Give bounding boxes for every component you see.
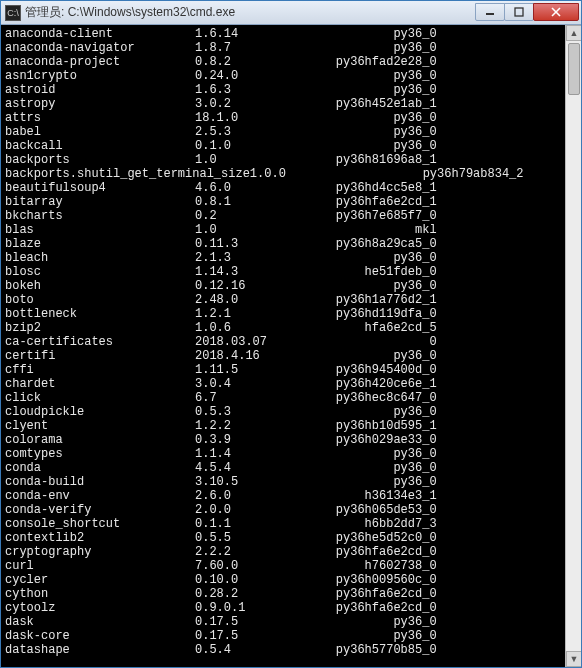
- package-version: 2018.03.07: [195, 335, 307, 349]
- package-build: h36134e3_1: [307, 489, 561, 503]
- package-name: boto: [5, 293, 195, 307]
- package-build: 0: [307, 335, 561, 349]
- package-build: py36hec8c647_0: [307, 391, 561, 405]
- package-version: 2018.4.16: [195, 349, 307, 363]
- minimize-button[interactable]: [475, 3, 505, 21]
- package-version: 0.17.5: [195, 629, 307, 643]
- package-name: conda-env: [5, 489, 195, 503]
- package-row: anaconda-client1.6.14 py36_0: [5, 27, 561, 41]
- package-build: py36_0: [307, 251, 561, 265]
- scroll-thumb[interactable]: [568, 43, 580, 95]
- package-build: py36h5770b85_0: [307, 643, 561, 657]
- package-name: bzip2: [5, 321, 195, 335]
- package-build: h7602738_0: [307, 559, 561, 573]
- package-version: 0.5.5: [195, 531, 307, 545]
- package-name: babel: [5, 125, 195, 139]
- package-row: ca-certificates2018.03.07 0: [5, 335, 561, 349]
- package-row: click6.7 py36hec8c647_0: [5, 391, 561, 405]
- close-button[interactable]: [533, 3, 579, 21]
- package-row: blosc1.14.3 he51fdeb_0: [5, 265, 561, 279]
- package-version: 2.48.0: [195, 293, 307, 307]
- package-name: ca-certificates: [5, 335, 195, 349]
- package-row: attrs18.1.0 py36_0: [5, 111, 561, 125]
- package-name: anaconda-project: [5, 55, 195, 69]
- package-name: bokeh: [5, 279, 195, 293]
- package-row: blaze0.11.3 py36h8a29ca5_0: [5, 237, 561, 251]
- package-name: certifi: [5, 349, 195, 363]
- package-row: bkcharts0.2 py36h7e685f7_0: [5, 209, 561, 223]
- package-version: 1.0: [195, 153, 307, 167]
- package-version: 0.1.1: [195, 517, 307, 531]
- package-name: bkcharts: [5, 209, 195, 223]
- package-row: cytoolz0.9.0.1 py36hfa6e2cd_0: [5, 601, 561, 615]
- package-name: backcall: [5, 139, 195, 153]
- package-name: conda-build: [5, 475, 195, 489]
- package-name: anaconda-navigator: [5, 41, 195, 55]
- package-version: 1.2.1: [195, 307, 307, 321]
- package-name: dask: [5, 615, 195, 629]
- package-name: blas: [5, 223, 195, 237]
- package-row: asn1crypto0.24.0 py36_0: [5, 69, 561, 83]
- package-version: 2.2.2: [195, 545, 307, 559]
- package-row: conda-env2.6.0 h36134e3_1: [5, 489, 561, 503]
- package-name: dask-core: [5, 629, 195, 643]
- scrollbar[interactable]: ▲ ▼: [565, 25, 581, 667]
- package-version: 0.9.0.1: [195, 601, 307, 615]
- package-build: py36h945400d_0: [307, 363, 561, 377]
- package-version: 3.10.5: [195, 475, 307, 489]
- package-build: py36h420ce6e_1: [307, 377, 561, 391]
- package-version: 0.3.9: [195, 433, 307, 447]
- package-name: cytoolz: [5, 601, 195, 615]
- package-name: conda-verify: [5, 503, 195, 517]
- package-build: py36h065de53_0: [307, 503, 561, 517]
- package-version: 0.28.2: [195, 587, 307, 601]
- package-name: backports: [5, 153, 195, 167]
- package-row: bzip21.0.6 hfa6e2cd_5: [5, 321, 561, 335]
- package-row: beautifulsoup44.6.0 py36hd4cc5e8_1: [5, 181, 561, 195]
- package-version: 3.0.2: [195, 97, 307, 111]
- package-build: py36_0: [307, 405, 561, 419]
- package-row: dask-core0.17.5 py36_0: [5, 629, 561, 643]
- package-row: chardet3.0.4 py36h420ce6e_1: [5, 377, 561, 391]
- package-name: chardet: [5, 377, 195, 391]
- package-build: py36_0: [307, 461, 561, 475]
- maximize-button[interactable]: [504, 3, 534, 21]
- package-name: bleach: [5, 251, 195, 265]
- package-build: py36hfad2e28_0: [307, 55, 561, 69]
- package-row: bottleneck1.2.1 py36hd119dfa_0: [5, 307, 561, 321]
- package-name: asn1crypto: [5, 69, 195, 83]
- package-row: comtypes1.1.4 py36_0: [5, 447, 561, 461]
- scroll-down-button[interactable]: ▼: [566, 651, 581, 667]
- terminal-output[interactable]: anaconda-client1.6.14 py36_0anaconda-nav…: [1, 25, 565, 667]
- titlebar[interactable]: C:\ 管理员: C:\Windows\system32\cmd.exe: [1, 1, 581, 25]
- package-build: py36_0: [307, 447, 561, 461]
- package-build: py36hd119dfa_0: [307, 307, 561, 321]
- package-row: certifi2018.4.16 py36_0: [5, 349, 561, 363]
- window-controls: [476, 3, 579, 23]
- package-version: 1.1.4: [195, 447, 307, 461]
- package-name: comtypes: [5, 447, 195, 461]
- package-row: colorama0.3.9 py36h029ae33_0: [5, 433, 561, 447]
- package-name: cryptography: [5, 545, 195, 559]
- package-name: clyent: [5, 419, 195, 433]
- scroll-up-button[interactable]: ▲: [566, 25, 581, 41]
- package-row: cython0.28.2 py36hfa6e2cd_0: [5, 587, 561, 601]
- package-name: bitarray: [5, 195, 195, 209]
- package-version: 1.14.3: [195, 265, 307, 279]
- package-name: colorama: [5, 433, 195, 447]
- cmd-icon: C:\: [5, 5, 21, 21]
- package-name: beautifulsoup4: [5, 181, 195, 195]
- package-build: py36_0: [307, 69, 561, 83]
- package-version: 7.60.0: [195, 559, 307, 573]
- package-row: conda4.5.4 py36_0: [5, 461, 561, 475]
- package-build: mkl: [307, 223, 561, 237]
- package-list: anaconda-client1.6.14 py36_0anaconda-nav…: [5, 27, 561, 657]
- package-version: 0.2: [195, 209, 307, 223]
- package-version: 0.5.4: [195, 643, 307, 657]
- package-row: cffi1.11.5 py36h945400d_0: [5, 363, 561, 377]
- package-name: console_shortcut: [5, 517, 195, 531]
- package-version: 1.8.7: [195, 41, 307, 55]
- package-row: bitarray0.8.1 py36hfa6e2cd_1: [5, 195, 561, 209]
- package-name: astropy: [5, 97, 195, 111]
- package-version: 1.0.6: [195, 321, 307, 335]
